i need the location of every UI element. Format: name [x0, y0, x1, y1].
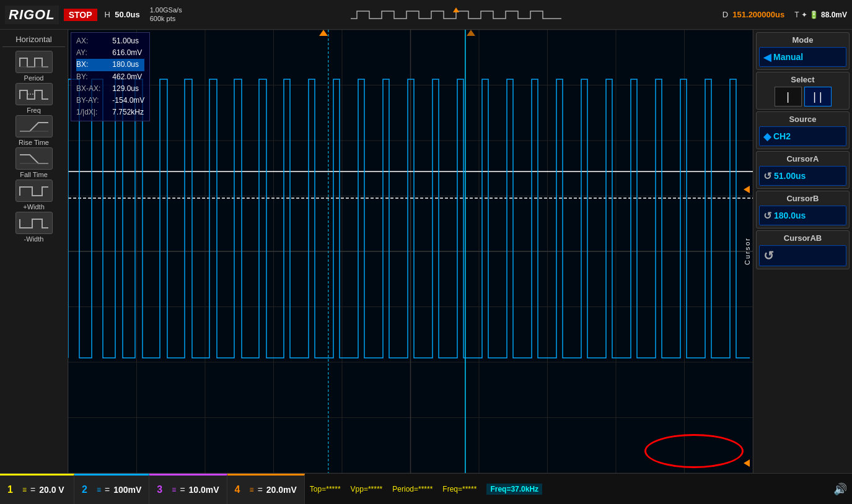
- channel-3-button[interactable]: 3 ≡ = 10.0mV: [149, 474, 227, 504]
- ch4-eq: =: [258, 485, 263, 495]
- ch2-eq: =: [105, 485, 110, 495]
- period-section[interactable]: Period: [2, 51, 65, 82]
- cursor-b-section: CursorB ↺ 180.0us: [756, 191, 850, 228]
- cursor-ab-section: CursorAB ↺: [756, 230, 850, 269]
- cursor-ab-value-display[interactable]: ↺: [759, 245, 846, 266]
- ch2-lines-icon: ≡: [97, 485, 101, 494]
- cursor-ay-row: AY: 616.0mV: [76, 47, 144, 59]
- ch3-number: 3: [157, 484, 168, 495]
- measurement-bar: Top=***** Vpp=***** Period=***** Freq=**…: [305, 484, 828, 495]
- measure-freq1: Freq=*****: [442, 485, 477, 493]
- cursor-a-button[interactable]: |: [775, 87, 802, 106]
- battery-icons: T ✦ 🔋: [794, 11, 819, 19]
- neg-width-icon: [15, 212, 53, 234]
- neg-width-section[interactable]: -Width: [2, 212, 65, 243]
- freq-section[interactable]: Freq: [2, 83, 65, 114]
- channel-4-button[interactable]: 4 ≡ = 20.0mV: [227, 474, 305, 504]
- cursor-byay-label: BY-AY:: [76, 95, 110, 106]
- cursor-ax-row: AX: 51.00us: [76, 35, 144, 47]
- ch4-lines-icon: ≡: [250, 485, 254, 494]
- ch3-value: 10.0mV: [189, 485, 219, 495]
- cursor-ab-title: CursorAB: [759, 233, 846, 243]
- ch3-eq: =: [180, 485, 185, 495]
- cursor-freq-label: 1/|dX|:: [76, 106, 110, 118]
- left-sidebar: Horizontal Period Freq Rise Time: [0, 30, 68, 473]
- mode-section: Mode ◀ Manual: [756, 32, 850, 70]
- status-indicator: STOP: [64, 9, 97, 21]
- cursor-a-value-display[interactable]: ↺ 51.00us: [759, 166, 846, 186]
- fall-time-icon: [15, 147, 53, 170]
- channel-2-button[interactable]: 2 ≡ = 100mV: [74, 474, 149, 504]
- channel-1-button[interactable]: 1 ≡ = 20.0 V: [0, 474, 74, 504]
- cursor-a-icon: |: [786, 90, 789, 103]
- pos-width-label: +Width: [23, 203, 45, 211]
- cursor-bxax-row: BX-AX: 129.0us: [76, 83, 144, 95]
- cursor-a-title: CursorA: [759, 154, 846, 163]
- pos-width-icon: [15, 180, 53, 202]
- ch2-value: 100mV: [113, 485, 141, 495]
- ch3-lines-icon: ≡: [172, 485, 176, 494]
- cursor-b-value-display[interactable]: ↺ 180.0us: [759, 206, 846, 225]
- trigger-info: D 151.200000us: [722, 10, 784, 19]
- ch1-eq: =: [30, 485, 35, 495]
- timebase-wave: [190, 7, 722, 22]
- ch2-number: 2: [82, 484, 93, 495]
- source-value-display[interactable]: ◆ CH2: [759, 126, 846, 146]
- timebase-value: 50.0us: [115, 10, 139, 19]
- rise-time-section[interactable]: Rise Time: [2, 115, 65, 146]
- grid-svg: [68, 30, 753, 473]
- cursor-bxax-label: BX-AX:: [76, 83, 110, 95]
- mode-value-display[interactable]: ◀ Manual: [759, 47, 846, 67]
- source-section: Source ◆ CH2: [756, 111, 850, 149]
- select-section: Select | | |: [756, 72, 850, 110]
- source-value: CH2: [773, 131, 791, 141]
- header-bar: RIGOL STOP H 50.0us 1.00GSa/s 600k pts D…: [0, 0, 852, 30]
- neg-width-label: -Width: [24, 235, 44, 243]
- measure-period: Period=*****: [392, 485, 433, 493]
- cursor-ab-icon: ↺: [763, 248, 774, 263]
- source-diamond-icon: ◆: [763, 131, 771, 142]
- freq-label: Freq: [27, 106, 41, 114]
- freq-icon: [15, 83, 53, 105]
- svg-marker-0: [453, 7, 459, 12]
- cursor-freq-value: 7.752kHz: [112, 108, 144, 116]
- cursor-ay-value: 616.0mV: [112, 48, 142, 57]
- ch1-lines-icon: ≡: [22, 485, 27, 494]
- cursor-bx-row: BX: 180.0us: [76, 59, 144, 71]
- ch1-number: 1: [7, 484, 19, 495]
- sample-rate-value: 1.00GSa/s: [150, 6, 182, 14]
- mode-diamond-icon: ◀: [763, 51, 771, 63]
- cursor-byay-value: -154.0mV: [112, 96, 144, 105]
- cursor-b-icon: | |: [813, 90, 822, 103]
- timebase-display: H 50.0us: [105, 10, 140, 19]
- rise-time-icon: [15, 115, 53, 137]
- cursor-select-buttons: | | |: [759, 87, 846, 106]
- cursor-by-value: 462.0mV: [112, 72, 142, 81]
- cursor-byay-row: BY-AY: -154.0mV: [76, 95, 144, 106]
- timebase-label: H: [105, 10, 110, 19]
- cursor-by-row: BY: 462.0mV: [76, 71, 144, 83]
- pos-width-section[interactable]: +Width: [2, 180, 65, 211]
- cursor-sidebar-label: Cursor: [742, 30, 753, 473]
- rigol-logo: RIGOL: [5, 6, 59, 24]
- cursor-bxax-value: 129.0us: [112, 84, 139, 93]
- horizontal-label: Horizontal: [2, 32, 65, 47]
- measure-top: Top=*****: [310, 485, 341, 493]
- period-icon: [15, 51, 53, 73]
- fall-time-label: Fall Time: [20, 171, 48, 178]
- right-panel: Mode ◀ Manual Select | | | Source ◆ CH2 …: [753, 30, 852, 473]
- sound-icon[interactable]: 🔊: [828, 482, 852, 496]
- cursor-b-button[interactable]: | |: [804, 87, 832, 106]
- cursor-b-knob-icon: ↺: [763, 210, 771, 222]
- cursor-info-panel: AX: 51.00us AY: 616.0mV BX: 180.0us BY: …: [71, 32, 150, 121]
- cursor-a-value: 51.00us: [774, 171, 806, 181]
- cursor-bx-value: 180.0us: [112, 60, 139, 69]
- cursor-a-section: CursorA ↺ 51.00us: [756, 151, 850, 189]
- cursor-text: Cursor: [744, 237, 751, 265]
- mode-title: Mode: [759, 35, 846, 45]
- cursor-freq-row: 1/|dX|: 7.752kHz: [76, 106, 144, 118]
- mode-value: Manual: [773, 52, 803, 62]
- fall-time-section[interactable]: Fall Time: [2, 147, 65, 178]
- cursor-ay-label: AY:: [76, 47, 110, 59]
- ch4-number: 4: [235, 484, 246, 495]
